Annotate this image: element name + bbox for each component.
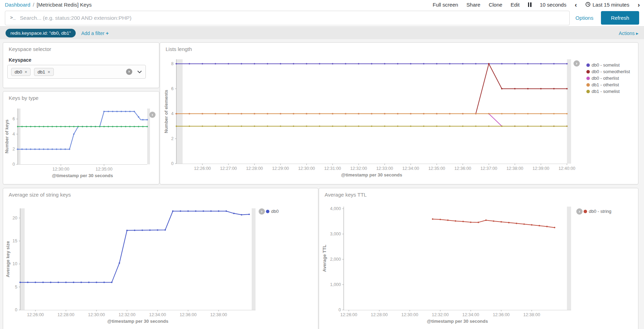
legend-label: db0 xyxy=(271,209,279,214)
legend-toggle-icon[interactable]: ‹ xyxy=(149,112,156,118)
full-screen-button[interactable]: Full screen xyxy=(433,2,458,8)
legend-label: db0 - somelist xyxy=(592,62,620,68)
time-forward-icon[interactable]: › xyxy=(638,1,640,8)
svg-text:12:28:00: 12:28:00 xyxy=(246,166,263,171)
svg-text:8: 8 xyxy=(171,61,174,66)
svg-text:12:36:00: 12:36:00 xyxy=(179,312,196,317)
svg-text:12:30:00: 12:30:00 xyxy=(401,312,418,317)
svg-text:12:32:00: 12:32:00 xyxy=(432,312,449,317)
legend-label: db1 - otherlist xyxy=(592,82,619,87)
svg-text:12:28:00: 12:28:00 xyxy=(371,312,388,317)
panel-average-keys-ttl: Average keys TTL 01,0002,0003,0004,00012… xyxy=(319,188,638,329)
legend-item[interactable]: db0 xyxy=(266,209,279,214)
legend-item[interactable]: db1 - otherlist xyxy=(586,82,619,87)
legend-label: db1 - somelist xyxy=(592,89,620,94)
svg-text:0: 0 xyxy=(15,308,17,312)
share-button[interactable]: Share xyxy=(467,2,480,8)
svg-text:6: 6 xyxy=(12,116,15,121)
keys-by-type-chart[interactable]: 024612:30:0012:35:00Number of keys@times… xyxy=(3,92,159,184)
svg-text:12:40:00: 12:40:00 xyxy=(559,166,576,171)
breadcrumb-dashboard-link[interactable]: Dashboard xyxy=(5,2,30,8)
clone-button[interactable]: Clone xyxy=(489,2,502,8)
legend-dot-icon xyxy=(586,70,590,73)
actions-link[interactable]: Actions ▸ xyxy=(619,31,638,36)
clear-all-icon[interactable]: × xyxy=(126,69,132,75)
svg-text:Number of keys: Number of keys xyxy=(4,120,9,154)
svg-text:12:36:00: 12:36:00 xyxy=(493,312,510,317)
keyspace-tag-db1: db1 × xyxy=(34,68,53,76)
refresh-interval-button[interactable]: 10 seconds xyxy=(540,2,567,8)
svg-text:12:31:00: 12:31:00 xyxy=(324,166,341,171)
svg-text:@timestamp per 30 seconds: @timestamp per 30 seconds xyxy=(341,172,402,178)
options-link[interactable]: Options xyxy=(575,15,593,21)
legend-dot-icon xyxy=(586,77,590,80)
filter-pill[interactable]: redis.keyspace.id: "db0, db1" xyxy=(6,29,76,37)
keyspace-combobox[interactable]: db0 × db1 × × xyxy=(7,65,146,79)
svg-text:12:34:00: 12:34:00 xyxy=(462,312,479,317)
panel-lists-length: Lists length 0246812:26:0012:27:0012:28:… xyxy=(160,42,638,184)
edit-button[interactable]: Edit xyxy=(511,2,520,8)
svg-text:12:35:00: 12:35:00 xyxy=(428,166,445,171)
svg-text:12:35:00: 12:35:00 xyxy=(95,167,112,172)
svg-text:10: 10 xyxy=(12,261,17,266)
legend-toggle-icon[interactable]: › xyxy=(259,208,265,215)
filter-bar: redis.keyspace.id: "db0, db1" Add a filt… xyxy=(0,27,644,39)
svg-text:12:39:00: 12:39:00 xyxy=(533,166,550,171)
svg-text:Average TTL: Average TTL xyxy=(322,245,327,272)
legend-item[interactable]: db0 - string xyxy=(584,209,611,214)
svg-text:12:30:00: 12:30:00 xyxy=(298,166,315,171)
top-menu: Full screen Share Clone Edit 10 seconds … xyxy=(433,1,640,8)
panel-keys-by-type: Keys by type 024612:30:0012:35:00Number … xyxy=(3,91,159,184)
remove-tag-icon[interactable]: × xyxy=(25,69,27,75)
svg-text:1,000: 1,000 xyxy=(330,282,341,287)
add-filter-link[interactable]: Add a filter + xyxy=(81,31,109,36)
dashboard-grid: Keyspace selector Keyspace db0 × db1 × ×… xyxy=(0,39,644,329)
svg-text:12:34:00: 12:34:00 xyxy=(402,166,419,171)
search-input[interactable] xyxy=(20,15,564,21)
refresh-button[interactable]: Refresh xyxy=(601,11,639,25)
legend-toggle-icon[interactable]: › xyxy=(576,208,583,215)
svg-text:12:34:00: 12:34:00 xyxy=(149,312,166,317)
top-nav-bar: Dashboard / [Metricbeat Redis] Keys Full… xyxy=(0,0,644,9)
remove-tag-icon[interactable]: × xyxy=(48,69,50,75)
time-range-picker[interactable]: Last 15 minutes xyxy=(585,2,629,8)
legend-item[interactable]: db0 - otherlist xyxy=(586,76,619,81)
svg-text:12:30:00: 12:30:00 xyxy=(88,312,105,317)
svg-text:12:32:00: 12:32:00 xyxy=(350,166,367,171)
pause-icon[interactable] xyxy=(528,2,532,7)
legend-label: db0 - string xyxy=(589,209,611,214)
svg-text:12:28:00: 12:28:00 xyxy=(58,312,75,317)
breadcrumb-separator: / xyxy=(33,2,34,8)
legend-item[interactable]: db0 - someotherlist xyxy=(586,69,630,74)
svg-text:12:33:00: 12:33:00 xyxy=(376,166,393,171)
svg-text:4,000: 4,000 xyxy=(330,206,341,211)
query-bar: >_ Options Refresh xyxy=(0,9,644,27)
svg-text:12:26:00: 12:26:00 xyxy=(194,166,211,171)
svg-text:@timestamp per 30 seconds: @timestamp per 30 seconds xyxy=(52,173,113,178)
time-back-icon[interactable]: ‹ xyxy=(575,1,577,8)
svg-text:@timestamp per 30 seconds: @timestamp per 30 seconds xyxy=(107,319,168,324)
chevron-down-icon[interactable] xyxy=(137,70,142,73)
legend-label: db0 - someotherlist xyxy=(592,69,630,74)
svg-text:4: 4 xyxy=(12,132,15,137)
svg-text:@timestamp per 30 seconds: @timestamp per 30 seconds xyxy=(427,319,488,324)
search-box[interactable]: >_ xyxy=(5,11,570,25)
clock-icon xyxy=(585,2,591,8)
legend-item[interactable]: db1 - somelist xyxy=(586,89,620,94)
svg-text:0: 0 xyxy=(171,161,174,166)
legend-item[interactable]: db0 - somelist xyxy=(586,62,620,68)
keyspace-tag-db0: db0 × xyxy=(11,68,31,76)
svg-text:12:27:00: 12:27:00 xyxy=(220,166,237,171)
keyspace-field-label: Keyspace xyxy=(9,57,31,63)
svg-text:12:29:00: 12:29:00 xyxy=(272,166,289,171)
lists-length-chart[interactable]: 0246812:26:0012:27:0012:28:0012:29:0012:… xyxy=(160,43,638,184)
legend-dot-icon xyxy=(586,90,590,93)
svg-text:12:26:00: 12:26:00 xyxy=(340,312,357,317)
legend-toggle-icon[interactable]: › xyxy=(574,60,580,67)
svg-text:3,000: 3,000 xyxy=(330,232,341,236)
panel-average-size-string-keys: Average size of string keys 0510152012:2… xyxy=(3,188,318,329)
svg-text:4: 4 xyxy=(171,111,174,116)
svg-text:12:38:00: 12:38:00 xyxy=(210,312,227,317)
svg-text:2,000: 2,000 xyxy=(330,257,341,262)
svg-text:15: 15 xyxy=(12,239,17,243)
